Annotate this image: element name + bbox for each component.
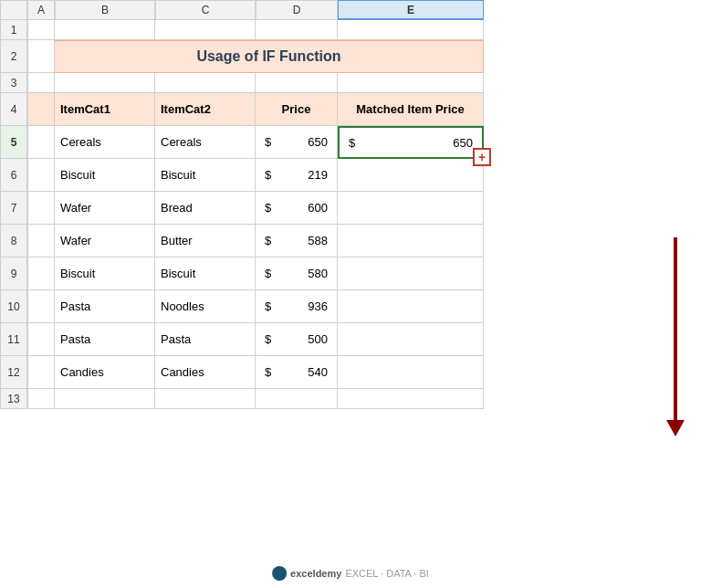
- cell-a8[interactable]: [27, 225, 55, 257]
- cell-e6[interactable]: [338, 159, 484, 192]
- price-value: 580: [308, 267, 328, 280]
- header-itemcat1: ItemCat1: [55, 93, 155, 126]
- dollar-sign: $: [265, 332, 271, 346]
- price-value: 500: [308, 332, 328, 346]
- table-row: 7WaferBread$600: [0, 192, 701, 225]
- col-header-d: D: [256, 0, 338, 20]
- cell-d10[interactable]: $936: [256, 290, 338, 323]
- spreadsheet-title: Usage of IF Function: [196, 48, 340, 65]
- table-row: 6BiscuitBiscuit$219: [0, 159, 701, 192]
- cell-b1[interactable]: [55, 20, 155, 40]
- cell-c5[interactable]: Cereals: [155, 126, 256, 159]
- cell-e8[interactable]: [338, 225, 484, 257]
- cell-a9[interactable]: [27, 257, 55, 290]
- col-header-e: E: [338, 0, 484, 20]
- e-dollar-sign: $: [349, 136, 355, 150]
- table-header-row: 4 ItemCat1 ItemCat2 Price Matched Item P…: [0, 93, 701, 126]
- cell-d7[interactable]: $600: [256, 192, 338, 225]
- cell-e13[interactable]: [338, 389, 484, 409]
- cell-c11[interactable]: Pasta: [155, 323, 256, 356]
- header-itemcat2: ItemCat2: [155, 93, 256, 126]
- table-row: 1: [0, 20, 701, 40]
- cell-d8[interactable]: $588: [256, 225, 338, 257]
- row-number-4: 4: [0, 93, 27, 126]
- cell-c9[interactable]: Biscuit: [155, 257, 256, 290]
- price-value: 600: [308, 201, 328, 215]
- cell-b13[interactable]: [55, 389, 155, 409]
- cell-a10[interactable]: [27, 290, 55, 323]
- cell-a12[interactable]: [27, 356, 55, 389]
- table-row: 11PastaPasta$500: [0, 323, 701, 356]
- cell-a3[interactable]: [27, 73, 55, 93]
- cell-a13[interactable]: [27, 389, 55, 409]
- corner-header: [0, 0, 27, 20]
- fill-arrow-indicator: [666, 237, 685, 436]
- cell-c10[interactable]: Noodles: [155, 290, 256, 323]
- cell-a5[interactable]: [27, 126, 55, 159]
- cell-b6[interactable]: Biscuit: [55, 159, 155, 192]
- column-headers: A B C D E: [0, 0, 701, 20]
- row-number-6: 6: [0, 159, 27, 192]
- price-value: 936: [308, 299, 328, 313]
- table-row: 8WaferButter$588: [0, 225, 701, 257]
- price-value: 219: [308, 168, 328, 182]
- cell-b9[interactable]: Biscuit: [55, 257, 155, 290]
- data-rows-container: 5CerealsCereals$650$650+6BiscuitBiscuit$…: [0, 126, 701, 389]
- cell-d3[interactable]: [256, 73, 338, 93]
- cell-c7[interactable]: Bread: [155, 192, 256, 225]
- row-number-1: 1: [0, 20, 27, 40]
- cell-b7[interactable]: Wafer: [55, 192, 155, 225]
- cell-c3[interactable]: [155, 73, 256, 93]
- cell-d9[interactable]: $580: [256, 257, 338, 290]
- cell-b12[interactable]: Candies: [55, 356, 155, 389]
- table-row: 5CerealsCereals$650$650+: [0, 126, 701, 159]
- row-number-9: 9: [0, 257, 27, 290]
- dollar-sign: $: [265, 201, 271, 215]
- dollar-sign: $: [265, 365, 271, 379]
- cell-e3[interactable]: [338, 73, 484, 93]
- cell-b5[interactable]: Cereals: [55, 126, 155, 159]
- cell-d12[interactable]: $540: [256, 356, 338, 389]
- e-value: 650: [453, 136, 473, 150]
- row-number-11: 11: [0, 323, 27, 356]
- cell-b3[interactable]: [55, 73, 155, 93]
- cell-a7[interactable]: [27, 192, 55, 225]
- row-number-2: 2: [0, 40, 27, 73]
- title-merged-cell: Usage of IF Function: [55, 40, 484, 73]
- cell-a11[interactable]: [27, 323, 55, 356]
- table-row: 12CandiesCandies$540: [0, 356, 701, 389]
- cell-e10[interactable]: [338, 290, 484, 323]
- cell-c1[interactable]: [155, 20, 256, 40]
- cell-c12[interactable]: Candies: [155, 356, 256, 389]
- cell-a2[interactable]: [27, 40, 55, 73]
- cell-d1[interactable]: [256, 20, 338, 40]
- cell-d13[interactable]: [256, 389, 338, 409]
- cell-b11[interactable]: Pasta: [55, 323, 155, 356]
- dollar-sign: $: [265, 267, 271, 280]
- cell-b8[interactable]: Wafer: [55, 225, 155, 257]
- header-price-label: Price: [282, 102, 311, 116]
- watermark-logo: [272, 566, 287, 581]
- cell-c13[interactable]: [155, 389, 256, 409]
- cell-b10[interactable]: Pasta: [55, 290, 155, 323]
- cell-e7[interactable]: [338, 192, 484, 225]
- table-row: 3: [0, 73, 701, 93]
- arrow-head: [666, 420, 685, 436]
- cell-a6[interactable]: [27, 159, 55, 192]
- cell-e9[interactable]: [338, 257, 484, 290]
- cell-e11[interactable]: [338, 323, 484, 356]
- cell-a1[interactable]: [27, 20, 55, 40]
- cell-d11[interactable]: $500: [256, 323, 338, 356]
- cell-d6[interactable]: $219: [256, 159, 338, 192]
- watermark: exceldemy EXCEL · DATA · BI: [272, 566, 429, 581]
- row-number-12: 12: [0, 356, 27, 389]
- cell-c6[interactable]: Biscuit: [155, 159, 256, 192]
- cell-a4: [27, 93, 55, 126]
- fill-handle-icon[interactable]: +: [473, 148, 491, 166]
- cell-e12[interactable]: [338, 356, 484, 389]
- dollar-sign: $: [265, 234, 271, 247]
- cell-e1[interactable]: [338, 20, 484, 40]
- cell-d5[interactable]: $650: [256, 126, 338, 159]
- cell-e5[interactable]: $650+: [338, 126, 484, 159]
- cell-c8[interactable]: Butter: [155, 225, 256, 257]
